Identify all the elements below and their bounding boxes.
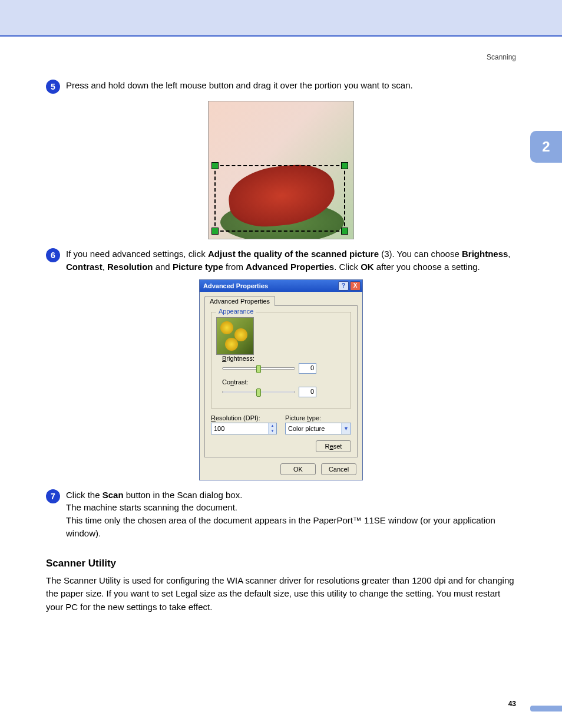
step-number-icon: 5 — [46, 80, 60, 94]
flower-icon — [234, 328, 247, 341]
crop-handle-icon — [211, 228, 219, 235]
brightness-value[interactable]: 0 — [299, 363, 316, 374]
contrast-slider[interactable] — [222, 391, 295, 393]
step-5-text: Press and hold down the left mouse butto… — [66, 79, 516, 92]
tab-strip: Advanced Properties — [200, 292, 362, 305]
dropdown-icon[interactable]: ▼ — [341, 423, 351, 434]
brightness-label: Brightness: — [222, 355, 316, 362]
step-number-icon: 6 — [46, 248, 60, 262]
advanced-properties-dialog: Advanced Properties ? X Advanced Propert… — [199, 279, 363, 480]
dialog-titlebar: Advanced Properties ? X — [200, 280, 362, 292]
step-6: 6 If you need advanced settings, click A… — [46, 248, 516, 274]
cancel-button[interactable]: Cancel — [321, 463, 356, 475]
brightness-slider[interactable] — [222, 367, 295, 370]
crop-selection-illustration — [208, 101, 354, 239]
picture-type-value: Color picture — [286, 425, 341, 432]
tab-advanced-properties[interactable]: Advanced Properties — [204, 296, 275, 306]
page-number: 43 — [508, 700, 516, 708]
dialog-button-bar: OK Cancel — [200, 461, 362, 480]
crop-handle-icon — [341, 228, 348, 235]
help-button[interactable]: ? — [338, 281, 349, 291]
dialog-title: Advanced Properties — [203, 282, 337, 289]
footer-tab — [530, 706, 562, 711]
group-label: Appearance — [216, 308, 256, 315]
step-5: 5 Press and hold down the left mouse but… — [46, 79, 516, 94]
step-number-icon: 7 — [46, 489, 60, 503]
chapter-tab: 2 — [530, 131, 562, 163]
slider-thumb-icon[interactable] — [256, 388, 261, 397]
spin-up-icon[interactable]: ▲ — [269, 423, 276, 429]
picture-type-field: Picture type: Color picture ▼ — [285, 414, 351, 434]
scanner-utility-body: The Scanner Utility is used for configur… — [46, 574, 516, 614]
header-band — [0, 0, 562, 37]
resolution-value: 100 — [211, 425, 268, 432]
scanner-utility-heading: Scanner Utility — [46, 558, 516, 569]
close-button[interactable]: X — [350, 281, 361, 291]
step-6-text: If you need advanced settings, click Adj… — [66, 248, 516, 274]
picture-type-label: Picture type: — [285, 414, 351, 421]
resolution-label: Resolution (DPI): — [211, 414, 277, 421]
flower-icon — [220, 321, 233, 334]
picture-type-combo[interactable]: Color picture ▼ — [285, 423, 351, 434]
crop-handle-icon — [341, 162, 348, 169]
crop-handle-icon — [211, 162, 219, 169]
header-section: Scanning — [0, 37, 562, 61]
brightness-row: Brightness: 0 — [222, 355, 316, 374]
slider-thumb-icon[interactable] — [256, 365, 261, 373]
crop-marquee — [214, 165, 345, 232]
resolution-field: Resolution (DPI): 100 ▲ ▼ — [211, 414, 277, 434]
step-7: 7 Click the Scan button in the Scan dial… — [46, 489, 516, 540]
reset-button[interactable]: Reset — [316, 440, 351, 452]
contrast-row: Contrast: 0 — [222, 378, 316, 397]
contrast-value[interactable]: 0 — [299, 387, 316, 397]
ok-button[interactable]: OK — [280, 463, 316, 475]
spin-down-icon[interactable]: ▼ — [269, 429, 276, 434]
resolution-spinner[interactable]: 100 ▲ ▼ — [211, 423, 277, 434]
contrast-label: Contrast: — [222, 378, 316, 386]
tab-pane: Appearance Brightness: 0 Con — [204, 305, 358, 457]
appearance-group: Appearance Brightness: 0 Con — [211, 312, 351, 409]
preview-thumbnail — [216, 317, 254, 355]
flower-icon — [225, 338, 238, 351]
step-7-text: Click the Scan button in the Scan dialog… — [66, 489, 516, 540]
